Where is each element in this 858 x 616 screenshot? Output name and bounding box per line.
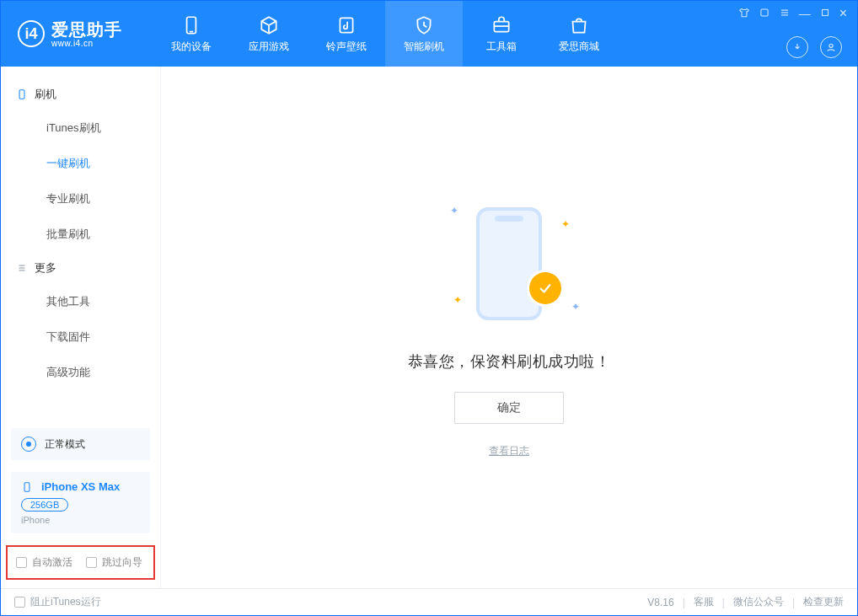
tab-label: 工具箱 [486, 40, 517, 54]
group-title: 更多 [35, 260, 56, 276]
checkbox-skip-guide[interactable]: 跳过向导 [86, 555, 142, 570]
checkbox-label: 跳过向导 [102, 555, 142, 570]
link-support[interactable]: 客服 [694, 595, 714, 609]
tab-toolbox[interactable]: 工具箱 [463, 1, 540, 67]
sparkle-icon: ✦ [450, 205, 458, 217]
sidebar-item-download-firmware[interactable]: 下载固件 [1, 319, 160, 355]
app-header: i4 爱思助手 www.i4.cn 我的设备 应用游戏 铃声壁纸 智能刷机 [1, 1, 857, 67]
sidebar-group-flash: 刷机 [1, 78, 160, 110]
svg-rect-15 [24, 482, 29, 491]
download-icon [791, 41, 803, 53]
sidebar-item-itunes-flash[interactable]: iTunes刷机 [1, 110, 160, 146]
tab-label: 我的设备 [171, 40, 212, 54]
app-window: i4 爱思助手 www.i4.cn 我的设备 应用游戏 铃声壁纸 智能刷机 [0, 0, 858, 616]
device-capacity-badge: 256GB [21, 498, 68, 512]
toolbox-icon [491, 14, 512, 36]
app-subtitle: www.i4.cn [51, 39, 122, 48]
tab-label: 爱思商城 [559, 40, 599, 54]
sidebar-scroll: 刷机 iTunes刷机 一键刷机 专业刷机 批量刷机 更多 其他工具 下载固件 … [1, 67, 160, 421]
tab-label: 智能刷机 [404, 40, 444, 54]
link-wechat[interactable]: 微信公众号 [733, 595, 784, 609]
svg-point-10 [829, 44, 833, 47]
device-icon [16, 88, 28, 100]
device-name: iPhone XS Max [41, 480, 120, 493]
phone-illustration-icon [476, 207, 542, 320]
minimize-button[interactable]: — [799, 7, 811, 20]
sparkle-icon: ✦ [453, 294, 462, 306]
checkbox-box-icon [16, 557, 27, 568]
user-icon [825, 41, 837, 53]
tab-label: 应用游戏 [249, 40, 289, 54]
tab-my-device[interactable]: 我的设备 [153, 1, 230, 67]
cube-icon [258, 14, 280, 36]
window-controls-top: — × [738, 6, 847, 21]
mode-panel[interactable]: 正常模式 [11, 428, 150, 460]
music-icon [335, 14, 357, 36]
options-row: 自动激活 跳过向导 [6, 545, 155, 580]
sparkle-icon: ✦ [571, 301, 580, 313]
device-type: iPhone [21, 515, 140, 525]
footer: 阻止iTunes运行 V8.16 | 客服 | 微信公众号 | 检查更新 [1, 588, 857, 615]
svg-rect-11 [19, 90, 24, 99]
close-button[interactable]: × [839, 6, 847, 21]
bag-icon [568, 14, 590, 36]
maximize-button[interactable] [819, 7, 831, 21]
tab-store[interactable]: 爱思商城 [540, 1, 618, 67]
svg-rect-9 [822, 9, 828, 15]
mode-label: 正常模式 [45, 437, 85, 452]
sidebar-item-batch-flash[interactable]: 批量刷机 [1, 217, 160, 252]
svg-rect-2 [340, 18, 352, 32]
device-panel[interactable]: iPhone XS Max 256GB iPhone [11, 472, 150, 533]
success-illustration: ✦ ✦ ✦ ✦ [433, 196, 585, 331]
checkbox-box-icon [86, 557, 97, 568]
tab-apps-games[interactable]: 应用游戏 [230, 1, 308, 67]
checkbox-box-icon [14, 597, 25, 608]
logo-icon: i4 [18, 20, 45, 47]
tshirt-icon[interactable] [738, 7, 750, 21]
user-button[interactable] [820, 36, 842, 58]
sidebar-item-advanced[interactable]: 高级功能 [1, 355, 160, 390]
success-message: 恭喜您，保资料刷机成功啦！ [408, 351, 611, 372]
app-title: 爱思助手 [51, 20, 122, 39]
list-icon [16, 262, 28, 274]
app-body: 刷机 iTunes刷机 一键刷机 专业刷机 批量刷机 更多 其他工具 下载固件 … [1, 67, 857, 588]
phone-icon [180, 14, 202, 36]
tab-label: 铃声壁纸 [326, 40, 367, 54]
version-label: V8.16 [647, 597, 673, 608]
checkbox-auto-activate[interactable]: 自动激活 [16, 555, 72, 570]
sidebar-item-one-click-flash[interactable]: 一键刷机 [1, 146, 160, 181]
main-content: ✦ ✦ ✦ ✦ 恭喜您，保资料刷机成功啦！ 确定 查看日志 [161, 67, 857, 588]
skin-icon[interactable] [759, 7, 770, 21]
shield-icon [413, 14, 435, 36]
tab-smart-flash[interactable]: 智能刷机 [385, 1, 463, 67]
link-check-update[interactable]: 检查更新 [803, 595, 844, 609]
checkbox-block-itunes[interactable]: 阻止iTunes运行 [14, 595, 101, 609]
svg-rect-5 [761, 8, 768, 15]
confirm-button[interactable]: 确定 [454, 392, 564, 424]
download-button[interactable] [786, 36, 808, 58]
group-title: 刷机 [35, 87, 56, 102]
check-badge-icon [529, 272, 561, 304]
sidebar: 刷机 iTunes刷机 一键刷机 专业刷机 批量刷机 更多 其他工具 下载固件 … [1, 67, 161, 588]
sidebar-item-pro-flash[interactable]: 专业刷机 [1, 181, 160, 217]
view-log-link[interactable]: 查看日志 [489, 444, 529, 458]
app-logo: i4 爱思助手 www.i4.cn [1, 1, 153, 67]
sparkle-icon: ✦ [561, 218, 570, 230]
mode-icon [21, 437, 36, 452]
phone-small-icon [21, 481, 33, 493]
menu-icon[interactable] [779, 7, 791, 21]
sidebar-group-more: 更多 [1, 252, 160, 284]
tab-ring-wall[interactable]: 铃声壁纸 [308, 1, 385, 67]
sidebar-item-other-tools[interactable]: 其他工具 [1, 284, 160, 319]
checkbox-label: 阻止iTunes运行 [30, 595, 101, 609]
header-right-icons [786, 36, 842, 58]
checkbox-label: 自动激活 [32, 555, 72, 570]
nav-tabs: 我的设备 应用游戏 铃声壁纸 智能刷机 工具箱 爱思商城 [153, 1, 618, 67]
